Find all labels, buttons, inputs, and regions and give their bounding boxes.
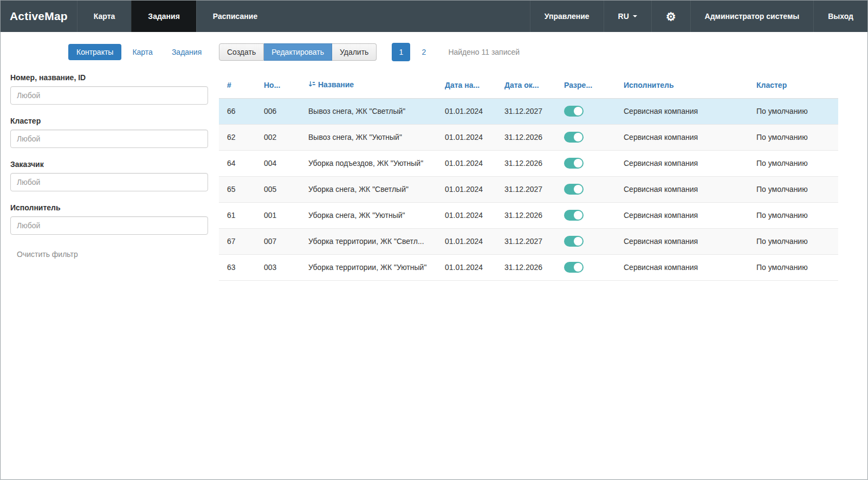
table-row[interactable]: 65 005 Уборка снега, ЖК "Светлый" 01.01.… <box>219 176 838 202</box>
toggle-knob <box>574 211 582 220</box>
column-header-label: Дата на... <box>445 81 480 89</box>
subnav-tab-tasks[interactable]: Задания <box>164 44 210 60</box>
cell-number: 006 <box>256 98 300 124</box>
toggle-knob <box>574 107 582 115</box>
cell-executor: Сервисная компания <box>616 98 748 124</box>
cell-date-start: 01.01.2024 <box>437 176 496 202</box>
filter-label: Заказчик <box>10 160 208 169</box>
cell-id: 64 <box>219 150 256 176</box>
pagination-button-2[interactable]: 2 <box>414 43 433 61</box>
enabled-toggle[interactable] <box>564 106 584 117</box>
cell-name: Уборка территории, ЖК "Светл... <box>300 228 437 254</box>
result-count: Найдено 11 записей <box>448 48 520 56</box>
topnav-right: Управление RU ⚙ Администратор системы Вы… <box>530 1 867 32</box>
column-header-label: Кластер <box>756 81 787 89</box>
topnav-tab-tasks[interactable]: Задания <box>131 1 196 32</box>
enabled-toggle[interactable] <box>564 210 584 221</box>
main-content: Номер, название, ID Кластер Заказчик Исп… <box>1 72 867 281</box>
cell-date-end: 31.12.2027 <box>496 176 556 202</box>
cell-id: 63 <box>219 254 256 280</box>
cell-name: Уборка подъездов, ЖК "Уютный" <box>300 150 437 176</box>
cell-executor: Сервисная компания <box>616 124 748 150</box>
cell-cluster: По умолчанию <box>748 150 838 176</box>
table-row[interactable]: 61 001 Уборка снега, ЖК "Уютный" 01.01.2… <box>219 202 838 228</box>
cell-date-start: 01.01.2024 <box>437 150 496 176</box>
toggle-knob <box>574 263 582 272</box>
column-header-label: Название <box>318 80 354 89</box>
enabled-toggle[interactable] <box>564 184 584 195</box>
column-header[interactable]: Но... <box>256 72 300 98</box>
cell-number: 004 <box>256 150 300 176</box>
cell-date-end: 31.12.2027 <box>496 228 556 254</box>
app-logo: ActiveMap <box>1 1 77 32</box>
topnav-tab-map[interactable]: Карта <box>77 1 132 32</box>
cell-enabled <box>556 150 616 176</box>
column-header[interactable]: Разре... <box>556 72 616 98</box>
table-row[interactable]: 64 004 Уборка подъездов, ЖК "Уютный" 01.… <box>219 150 838 176</box>
cell-date-end: 31.12.2026 <box>496 124 556 150</box>
column-header[interactable]: Исполнитель <box>616 72 748 98</box>
cell-executor: Сервисная компания <box>616 150 748 176</box>
management-menu-item[interactable]: Управление <box>530 1 604 32</box>
current-user-label[interactable]: Администратор системы <box>690 1 814 32</box>
toggle-knob <box>574 185 582 194</box>
enabled-toggle[interactable] <box>564 158 584 169</box>
cell-cluster: По умолчанию <box>748 176 838 202</box>
table-row[interactable]: 67 007 Уборка территории, ЖК "Светл... 0… <box>219 228 838 254</box>
cell-name: Вывоз снега, ЖК "Светлый" <box>300 98 437 124</box>
topnav-tab-schedule[interactable]: Расписание <box>196 1 274 32</box>
contracts-table: # Но... Название Дата на... <box>219 72 838 281</box>
cell-enabled <box>556 228 616 254</box>
create-button[interactable]: Создать <box>219 43 264 61</box>
toggle-knob <box>574 133 582 141</box>
filter-panel: Номер, название, ID Кластер Заказчик Исп… <box>1 72 219 259</box>
cell-name: Уборка территории, ЖК "Уютный" <box>300 254 437 280</box>
column-header[interactable]: Дата ок... <box>496 72 556 98</box>
table-row[interactable]: 62 002 Вывоз снега, ЖК "Уютный" 01.01.20… <box>219 124 838 150</box>
cell-name: Уборка снега, ЖК "Уютный" <box>300 202 437 228</box>
column-header[interactable]: # <box>219 72 256 98</box>
cell-executor: Сервисная компания <box>616 202 748 228</box>
enabled-toggle[interactable] <box>564 262 584 273</box>
toolbar: КонтрактыКартаЗадания СоздатьРедактирова… <box>1 32 867 72</box>
filter-label: Номер, название, ID <box>10 73 208 82</box>
cell-name: Вывоз снега, ЖК "Уютный" <box>300 124 437 150</box>
language-label: RU <box>618 12 629 21</box>
subnav-tab-map[interactable]: Карта <box>124 44 160 60</box>
pagination-button-1[interactable]: 1 <box>392 43 410 61</box>
filter-input-number-name-id[interactable] <box>10 86 208 105</box>
filter-input-executor[interactable] <box>10 216 208 235</box>
filter-label: Кластер <box>10 117 208 125</box>
cell-date-end: 31.12.2026 <box>496 202 556 228</box>
subnav-tab-contracts[interactable]: Контракты <box>68 44 121 60</box>
cell-cluster: По умолчанию <box>748 124 838 150</box>
top-navigation: ActiveMap КартаЗаданияРасписание Управле… <box>1 1 867 32</box>
cell-cluster: По умолчанию <box>748 202 838 228</box>
enabled-toggle[interactable] <box>564 132 584 143</box>
filter-input-customer[interactable] <box>10 173 208 191</box>
edit-button[interactable]: Редактировать <box>264 43 332 61</box>
table-row[interactable]: 63 003 Уборка территории, ЖК "Уютный" 01… <box>219 254 838 280</box>
filter-input-cluster[interactable] <box>10 130 208 148</box>
column-header[interactable]: Кластер <box>748 72 838 98</box>
filter-field: Номер, название, ID <box>10 73 208 105</box>
sort-descending-icon <box>308 81 315 89</box>
cell-number: 001 <box>256 202 300 228</box>
cell-date-start: 01.01.2024 <box>437 124 496 150</box>
enabled-toggle[interactable] <box>564 236 584 247</box>
column-header[interactable]: Дата на... <box>437 72 496 98</box>
column-header-label: Но... <box>264 81 280 89</box>
cell-executor: Сервисная компания <box>616 228 748 254</box>
logout-button[interactable]: Выход <box>813 1 867 32</box>
delete-button[interactable]: Удалить <box>332 43 377 61</box>
action-button-group: СоздатьРедактироватьУдалить <box>219 43 377 61</box>
cell-id: 66 <box>219 98 256 124</box>
table-row[interactable]: 66 006 Вывоз снега, ЖК "Светлый" 01.01.2… <box>219 98 838 124</box>
filter-fields: Номер, название, ID Кластер Заказчик Исп… <box>10 73 208 235</box>
cell-date-start: 01.01.2024 <box>437 98 496 124</box>
language-selector[interactable]: RU <box>604 1 651 32</box>
toggle-knob <box>574 159 582 168</box>
column-header[interactable]: Название <box>300 72 437 98</box>
settings-button[interactable]: ⚙ <box>651 1 690 32</box>
clear-filter-link[interactable]: Очистить фильтр <box>17 250 78 259</box>
